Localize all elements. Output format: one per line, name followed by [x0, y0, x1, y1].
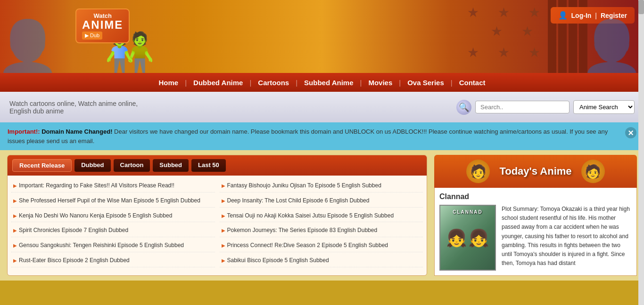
nav-home[interactable]: Home: [152, 79, 185, 87]
char-right: 👤: [559, 0, 644, 73]
list-item[interactable]: ▶ She Professed Herself Pupil of the Wis…: [11, 194, 215, 208]
star-decoration-8: ★: [528, 45, 540, 60]
list-arrow-icon: ▶: [222, 227, 225, 234]
todays-anime-title: Today's Anime: [499, 165, 571, 177]
nav-subbed-anime[interactable]: Subbed Anime: [297, 79, 360, 87]
star-decoration-1: ★: [467, 5, 479, 20]
list-item[interactable]: ▶ Kenja No Deshi Wo Nanoru Kenja Episode…: [11, 209, 215, 223]
search-tagline: Watch cartoons online, Watch anime onlin…: [9, 100, 447, 115]
clannad-title[interactable]: Clannad: [439, 193, 632, 201]
list-arrow-icon: ▶: [13, 213, 17, 219]
nav-contact[interactable]: Contact: [453, 79, 492, 87]
list-item-text: Important: Regarding to Fake Sites!! All…: [19, 182, 174, 190]
logo-dub-text: ▶ Dub: [82, 32, 102, 40]
todays-anime-header: 🧑 Today's Anime 🧑: [434, 155, 637, 188]
tabs-bar: Recent Release Dubbed Cartoon Subbed Las…: [8, 155, 427, 176]
nav-ova-series[interactable]: Ova Series: [401, 79, 451, 87]
clannad-image-label: CLANNAD: [453, 209, 482, 215]
list-arrow-icon: ▶: [222, 213, 225, 219]
star-decoration-4: ★: [491, 24, 503, 39]
list-arrow-icon: ▶: [13, 242, 17, 249]
list-arrow-icon: ▶: [13, 257, 17, 264]
magnifier-icon: 🔍: [459, 102, 469, 112]
star-decoration-7: ★: [498, 45, 510, 60]
list-item-text: Pokemon Journeys: The Series Episode 83 …: [227, 226, 378, 234]
alert-banner: Important!: Domain Name Changed! Dear vi…: [0, 122, 644, 150]
list-arrow-icon: ▶: [13, 183, 17, 189]
star-decoration-6: ★: [467, 45, 479, 60]
search-type-select[interactable]: Anime Search Cartoon Search: [573, 100, 635, 114]
alert-text: Important!: Domain Name Changed! Dear vi…: [8, 127, 620, 145]
list-arrow-icon: ▶: [13, 198, 17, 204]
hero-section: ★ ★ ★ ★ ★ ★ ★ ★ 👤 👤 🧑‍🤝‍🧑 Watch ANIME ▶ …: [0, 0, 644, 73]
list-item[interactable]: ▶ Important: Regarding to Fake Sites!! A…: [11, 179, 215, 193]
site-logo[interactable]: Watch ANIME ▶ Dub: [75, 8, 130, 43]
search-icon: 🔍: [456, 100, 471, 115]
list-item[interactable]: ▶ Pokemon Journeys: The Series Episode 8…: [220, 224, 423, 237]
list-item-text: Tensai Ouji no Akaji Kokka Saisei Jutsu …: [227, 212, 394, 220]
list-item[interactable]: ▶ Sabikui Bisco Episode 5 English Subbed: [220, 254, 423, 267]
nav-cartoons[interactable]: Cartoons: [251, 79, 296, 87]
char-1: 👧: [446, 228, 467, 248]
alert-important-label: Important!:: [8, 128, 40, 135]
list-item-text: Princess Connect! Re:Dive Season 2 Episo…: [227, 241, 388, 249]
alert-close-button[interactable]: ×: [625, 127, 636, 138]
naruto-icon-right: 🧑: [581, 160, 605, 183]
list-item-text: Deep Insanity: The Lost Child Episode 6 …: [227, 197, 370, 205]
list-arrow-icon: ▶: [222, 198, 225, 204]
list-item[interactable]: ▶ Deep Insanity: The Lost Child Episode …: [220, 194, 423, 208]
clannad-description: Plot Summary: Tomoya Okazaki is a third …: [502, 205, 632, 271]
list-item-text: Rust-Eater Bisco Episode 2 English Dubbe…: [19, 257, 130, 265]
left-panel: Recent Release Dubbed Cartoon Subbed Las…: [7, 155, 427, 276]
list-item[interactable]: ▶ Spirit Chronicles Episode 7 English Du…: [11, 224, 215, 237]
tab-subbed[interactable]: Subbed: [153, 159, 189, 172]
list-item-text: She Professed Herself Pupil of the Wise …: [19, 197, 200, 205]
right-panel: 🧑 Today's Anime 🧑 Clannad CLANNAD 👧 👧: [434, 155, 637, 276]
star-decoration-5: ★: [521, 24, 533, 39]
search-area: Watch cartoons online, Watch anime onlin…: [0, 92, 644, 122]
list-arrow-icon: ▶: [222, 257, 225, 264]
list-item-text: Gensou Sangokushi: Tengen Reishinki Epis…: [19, 241, 184, 249]
nav-dubbed-anime[interactable]: Dubbed Anime: [187, 79, 249, 87]
naruto-emoji-left: 🧑: [470, 164, 487, 179]
clannad-content: CLANNAD 👧 👧 Plot Summary: Tomoya Okazaki…: [439, 205, 632, 271]
tab-recent-release[interactable]: Recent Release: [12, 159, 72, 172]
list-item[interactable]: ▶ Rust-Eater Bisco Episode 2 English Dub…: [11, 254, 215, 267]
search-form: 🔍 Anime Search Cartoon Search: [456, 100, 635, 115]
list-arrow-icon: ▶: [13, 227, 17, 234]
naruto-icon-left: 🧑: [466, 160, 490, 183]
search-input[interactable]: [475, 101, 570, 113]
main-content: Recent Release Dubbed Cartoon Subbed Las…: [0, 150, 644, 281]
char-2: 👧: [468, 228, 489, 248]
tab-dubbed[interactable]: Dubbed: [74, 159, 110, 172]
list-item-text: Sabikui Bisco Episode 5 English Subbed: [227, 257, 329, 265]
right-panel-body: Clannad CLANNAD 👧 👧 Plot Summary: Tomoya…: [434, 188, 637, 276]
list-item-text: Fantasy Bishoujo Juniku Ojisan To Episod…: [227, 182, 381, 190]
list-item-text: Kenja No Deshi Wo Nanoru Kenja Episode 5…: [19, 212, 172, 220]
list-arrow-icon: ▶: [222, 242, 225, 249]
clannad-chars-display: 👧 👧: [446, 228, 489, 248]
navigation-bar: Home | Dubbed Anime | Cartoons | Subbed …: [0, 73, 644, 92]
list-item-text: Spirit Chronicles Episode 7 English Dubb…: [19, 226, 128, 234]
star-decoration-2: ★: [498, 5, 510, 20]
tab-last50[interactable]: Last 50: [191, 159, 226, 172]
clannad-image[interactable]: CLANNAD 👧 👧: [439, 205, 496, 271]
nav-movies[interactable]: Movies: [362, 79, 399, 87]
logo-anime-text: ANIME: [82, 19, 123, 31]
list-arrow-icon: ▶: [222, 183, 225, 189]
char-left: 👤: [0, 0, 73, 73]
star-decoration-3: ★: [528, 5, 540, 20]
list-item[interactable]: ▶ Fantasy Bishoujo Juniku Ojisan To Epis…: [220, 179, 423, 193]
list-item[interactable]: ▶ Gensou Sangokushi: Tengen Reishinki Ep…: [11, 239, 215, 252]
naruto-emoji-right: 🧑: [585, 164, 601, 179]
anime-list: ▶ Important: Regarding to Fake Sites!! A…: [8, 176, 427, 271]
list-item[interactable]: ▶ Princess Connect! Re:Dive Season 2 Epi…: [220, 239, 423, 252]
list-item[interactable]: ▶ Tensai Ouji no Akaji Kokka Saisei Juts…: [220, 209, 423, 223]
alert-domain-changed: Domain Name Changed!: [41, 128, 112, 135]
tab-cartoon[interactable]: Cartoon: [114, 159, 150, 172]
